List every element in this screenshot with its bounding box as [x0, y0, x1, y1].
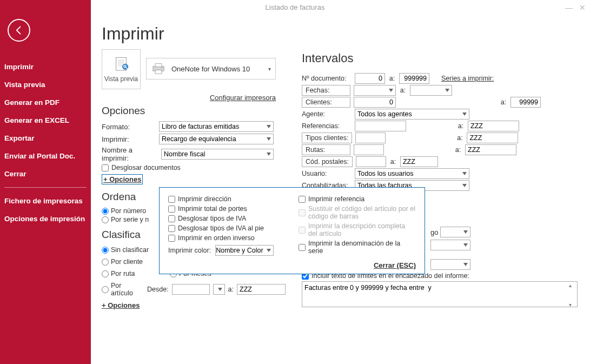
orden-serie-radio[interactable]: [102, 216, 109, 223]
clas-sin-radio[interactable]: [102, 247, 109, 254]
formato-label: Formato:: [102, 123, 156, 131]
popup-lbl-total-portes: Imprimir total de portes: [178, 205, 247, 213]
doc-to-input[interactable]: [399, 73, 429, 84]
popup-chk-desglosar-iva[interactable]: [168, 215, 175, 222]
obscured-select-3[interactable]: [430, 259, 470, 270]
popup-chk-desglosar-iva-pie[interactable]: [168, 225, 175, 232]
document-preview-icon: [112, 56, 130, 74]
preview-button-label: Vista previa: [104, 75, 138, 83]
clientes-to-input[interactable]: [511, 97, 541, 108]
usuario-label: Usuario:: [302, 170, 352, 177]
popup-lbl-direccion: Imprimir dirección: [178, 195, 231, 203]
tipos-clientes-button[interactable]: Tipos clientes:: [302, 133, 352, 143]
fechas-to-select[interactable]: [410, 85, 452, 96]
sidebar-item-fichero-impresoras[interactable]: Fichero de impresoras: [0, 192, 91, 210]
rutas-to-input[interactable]: [465, 144, 516, 155]
tipos-a-label: a:: [456, 134, 463, 142]
opciones-popup: Imprimir dirección Imprimir total de por…: [159, 187, 425, 274]
popup-lbl-orden-inverso: Imprimir en orden inverso: [178, 234, 255, 242]
clas-ruta-label: Por ruta: [111, 270, 135, 277]
obscured-select-1[interactable]: [440, 227, 470, 237]
doc-a-label: a:: [388, 75, 396, 82]
ref-to-input[interactable]: [468, 121, 519, 131]
rutas-button[interactable]: Rutas:: [302, 144, 350, 155]
imprimir-type-select[interactable]: Recargo de equivalencia: [159, 134, 274, 144]
clientes-from-input[interactable]: [354, 97, 396, 108]
desde-input[interactable]: [172, 284, 210, 295]
intervalos-heading: Intervalos: [302, 51, 578, 65]
desglosar-documentos-checkbox[interactable]: [102, 164, 109, 171]
close-icon[interactable]: ✕: [579, 3, 586, 12]
agente-label: Agente:: [302, 110, 352, 118]
sidebar-item-vista-previa[interactable]: Vista previa: [0, 76, 91, 94]
popup-lbl-referencia: Imprimir referencia: [308, 195, 364, 203]
popup-chk-total-portes[interactable]: [168, 206, 175, 213]
clas-ruta-radio[interactable]: [102, 270, 109, 277]
fechas-a-label: a:: [399, 87, 407, 94]
sidebar-divider: [4, 187, 87, 188]
popup-color-label: Imprimir color:: [168, 247, 211, 254]
svg-point-11: [162, 67, 163, 68]
sidebar: Imprimir Vista previa Generar en PDF Gen…: [0, 0, 91, 364]
desglosar-documentos-label: Desglosar documentos: [111, 164, 181, 171]
configure-printer-link[interactable]: Configurar impresora: [210, 94, 276, 102]
minimize-icon[interactable]: —: [565, 3, 573, 12]
svg-rect-9: [155, 64, 162, 67]
nombre-select[interactable]: Nombre fiscal: [161, 149, 274, 160]
textarea-scrollbar[interactable]: ▴▾: [569, 282, 576, 308]
orden-serie-label: Por serie y n: [111, 216, 149, 223]
page-title: Imprimir: [102, 24, 578, 44]
popup-color-select[interactable]: Nombre y Color: [215, 245, 274, 256]
preview-button[interactable]: Vista previa: [102, 49, 141, 89]
popup-close-link[interactable]: Cerrar (ESC): [168, 261, 416, 269]
clientes-a-label: a:: [500, 98, 507, 106]
popup-chk-direccion[interactable]: [168, 196, 175, 203]
sidebar-item-imprimir[interactable]: Imprimir: [0, 58, 91, 76]
doc-from-input[interactable]: [355, 73, 385, 84]
popup-chk-sustituir-codigo: [299, 209, 306, 216]
hasta-input[interactable]: [237, 284, 286, 295]
rutas-from-input[interactable]: [354, 144, 384, 155]
usuario-select[interactable]: Todos los usuarios: [355, 168, 469, 179]
clas-cliente-radio[interactable]: [102, 259, 109, 266]
desde-label: Desde:: [147, 286, 169, 293]
tipos-from-input[interactable]: [355, 133, 386, 143]
popup-chk-denominacion-serie[interactable]: [299, 244, 306, 251]
sidebar-item-cerrar[interactable]: Cerrar: [0, 165, 91, 183]
nombre-label: Nombre a imprimir:: [102, 146, 158, 162]
clas-articulo-radio[interactable]: [102, 286, 109, 293]
clientes-button[interactable]: Clientes:: [302, 97, 350, 108]
cod-from-input[interactable]: [356, 156, 386, 167]
fechas-from-select[interactable]: [354, 85, 396, 96]
series-link[interactable]: Series a imprimir:: [441, 75, 494, 82]
orden-numero-radio[interactable]: [102, 208, 109, 215]
back-button[interactable]: [8, 19, 30, 42]
popup-chk-descripcion-completa: [299, 227, 306, 234]
sidebar-item-generar-pdf[interactable]: Generar en PDF: [0, 94, 91, 111]
popup-chk-orden-inverso[interactable]: [168, 235, 175, 242]
doc-label: Nº documento:: [302, 75, 352, 82]
cod-a-label: a:: [389, 158, 397, 166]
opciones-heading: Opciones: [102, 105, 286, 117]
sidebar-item-generar-excel[interactable]: Generar en EXCEL: [0, 111, 91, 129]
desde-select[interactable]: [213, 284, 225, 295]
cod-postales-button[interactable]: Cód. postales:: [302, 156, 353, 167]
chevron-down-icon: ▾: [268, 66, 271, 72]
imprimir-type-label: Imprimir:: [102, 135, 156, 143]
popup-chk-referencia[interactable]: [299, 196, 306, 203]
printer-selector[interactable]: OneNote for Windows 10 ▾: [146, 58, 276, 80]
formato-select[interactable]: Libro de facturas emitidas: [159, 121, 274, 132]
obscured-select-2[interactable]: [430, 240, 470, 250]
opciones-expand-link[interactable]: + Opciones: [102, 174, 143, 184]
clasificacion-expand-link[interactable]: + Opciones: [102, 301, 140, 309]
ref-a-label: a:: [457, 122, 465, 130]
tipos-to-input[interactable]: [467, 133, 518, 143]
sidebar-item-enviar-portal[interactable]: Enviar al Portal Doc.: [0, 147, 91, 165]
ref-from-input[interactable]: [355, 121, 406, 131]
sidebar-item-opciones-impresion[interactable]: Opciones de impresión: [0, 210, 91, 228]
agente-select[interactable]: Todos los agentes: [355, 109, 469, 120]
encabezado-textarea[interactable]: [302, 281, 578, 307]
sidebar-item-exportar[interactable]: Exportar: [0, 129, 91, 147]
cod-to-input[interactable]: [400, 156, 438, 167]
fechas-button[interactable]: Fechas:: [302, 85, 350, 96]
